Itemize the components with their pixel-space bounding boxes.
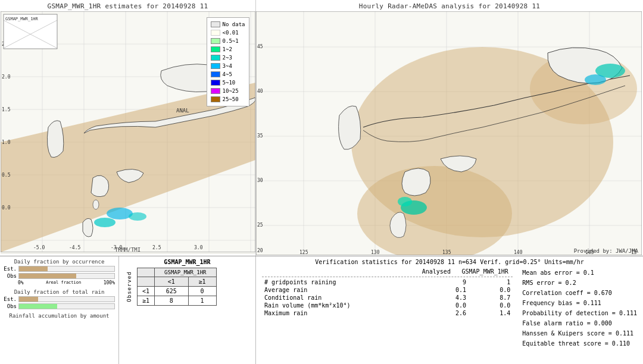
svg-point-17: [107, 208, 133, 219]
svg-text:130: 130: [371, 250, 380, 255]
verif-row-val2: 1: [469, 278, 513, 286]
verif-row-val1: 0.0: [424, 302, 469, 309]
stat-false-alarm: False alarm ratio = 0.000: [522, 318, 637, 328]
legend-item-45: 4~5: [211, 70, 245, 79]
stat-freq-bias: Frequency bias = 0.111: [522, 298, 637, 308]
bottom-section: Daily fraction by occurrence Est. Obs 0%…: [0, 256, 643, 364]
chart2-est-fill: [19, 297, 38, 302]
verif-col-gsmap: GSMAP_MWR_1HR: [457, 268, 513, 275]
cont-row-less1: <1 625 0: [138, 287, 217, 296]
chart2-est-label: Est.: [4, 296, 17, 302]
svg-point-18: [129, 212, 146, 221]
legend-item-12: 1~2: [211, 45, 245, 54]
cont-col-ge1: ≥1: [188, 277, 216, 287]
verif-table-container: Analysed GSMAP_MWR_1HR # gridpoints ra: [262, 268, 513, 349]
bottom-center-contingency: GSMAP_MWR_1HR Observed GSMAP_MWR_1HR: [119, 256, 256, 364]
svg-point-16: [94, 218, 116, 227]
contingency-table: GSMAP_MWR_1HR <1 ≥1 <1 625: [137, 268, 217, 306]
svg-text:125: 125: [299, 250, 308, 255]
cont-row-label-less1: <1: [138, 287, 155, 296]
chart1-est-row: Est.: [4, 266, 115, 272]
chart2-obs-row: Obs: [4, 303, 115, 309]
verif-content: Analysed GSMAP_MWR_1HR # gridpoints ra: [262, 268, 637, 349]
cont-header-blank: [138, 268, 155, 277]
left-map-panel: GSMAP_MWR_1HR estimates for 20140928 11: [0, 0, 256, 256]
axis-end: 100%: [104, 280, 115, 285]
legend-label-23: 2~3: [223, 54, 232, 62]
verif-row-label: Average rain: [262, 286, 424, 294]
top-section: GSMAP_MWR_1HR estimates for 20140928 11: [0, 0, 643, 256]
legend-color-510: [211, 80, 220, 86]
cont-row-label-ge1: ≥1: [138, 296, 155, 306]
contingency-title: GSMAP_MWR_1HR: [124, 259, 251, 265]
svg-text:1.5: 1.5: [2, 107, 11, 112]
legend-item-1025: 10~25: [211, 87, 245, 95]
cont-cell-8: 8: [155, 296, 189, 306]
stat-rms: RMS error = 0.2: [522, 278, 637, 288]
cont-row-ge1: ≥1 8 1: [138, 296, 217, 306]
cont-cell-1: 1: [188, 296, 216, 306]
verif-row-label: # gridpoints raining: [262, 278, 424, 286]
bottom-left-charts: Daily fraction by occurrence Est. Obs 0%…: [0, 256, 119, 364]
verif-row-label: Rain volume (mm*km²x10⁴): [262, 302, 424, 309]
obs-label: Obs: [4, 273, 17, 279]
svg-text:3.0: 3.0: [194, 245, 203, 250]
svg-text:2.5: 2.5: [152, 245, 161, 250]
verif-row-label: Conditional rain: [262, 294, 424, 302]
verif-header-row: Analysed GSMAP_MWR_1HR: [262, 268, 513, 275]
cont-header-blank2: [138, 277, 155, 287]
svg-text:-4.5: -4.5: [69, 245, 80, 250]
right-map-svg: 45 40 35 30 25 20 125 130 135 140 145 15: [256, 11, 642, 255]
legend-label-nodata: No data: [223, 20, 245, 29]
chart1-est-fill: [19, 266, 48, 271]
svg-text:35: 35: [257, 133, 263, 139]
svg-text:-5.0: -5.0: [33, 245, 45, 250]
right-map-panel: Hourly Radar-AMeDAS analysis for 2014092…: [256, 0, 643, 256]
stat-equitable: Equitable threat score = 0.110: [522, 338, 637, 349]
svg-text:135: 135: [442, 250, 451, 255]
legend-label-510: 5~10: [223, 79, 236, 87]
svg-text:1.0: 1.0: [2, 140, 11, 145]
cont-header-gsmap: GSMAP_MWR_1HR: [155, 268, 216, 277]
right-map-canvas: 45 40 35 30 25 20 125 130 135 140 145 15: [256, 11, 642, 255]
verif-row-val1: 9: [424, 278, 469, 286]
verif-col-analysed: Analysed: [416, 268, 457, 275]
legend-item-34: 3~4: [211, 62, 245, 70]
legend: No data <0.01 0.5~1 1~2: [207, 17, 249, 106]
bottom-right-verif: Verification statistics for 20140928 11 …: [256, 256, 643, 364]
legend-color-45: [211, 71, 220, 77]
svg-text:2.0: 2.0: [2, 74, 11, 80]
verif-row-label: Maximum rain: [262, 309, 424, 317]
left-map-title: GSMAP_MWR_1HR estimates for 20140928 11: [0, 0, 255, 11]
verif-row-val2: 0.0: [469, 302, 513, 309]
svg-text:20: 20: [257, 248, 263, 253]
legend-label-001: <0.01: [223, 29, 239, 37]
stat-hanssen: Hanssen & Kuipers score = 0.111: [522, 328, 637, 338]
verif-row-val1: 0.1: [424, 286, 469, 294]
verif-row: Rain volume (mm*km²x10⁴) 0.0 0.0: [262, 302, 513, 309]
legend-item-001: <0.01: [211, 29, 245, 37]
svg-text:40: 40: [257, 89, 263, 94]
svg-text:GSMAP_MWR_1HR: GSMAP_MWR_1HR: [5, 17, 39, 21]
axis-start: 0%: [18, 280, 24, 285]
legend-color-2550: [211, 96, 220, 102]
verif-row: Maximum rain 2.6 1.4: [262, 309, 513, 317]
svg-point-15: [93, 200, 99, 209]
legend-color-23: [211, 55, 220, 61]
observed-rotated-label: Observed: [126, 271, 132, 302]
legend-color-051: [211, 38, 220, 44]
verif-row-val1: 4.3: [424, 294, 469, 302]
legend-label-051: 0.5~1: [223, 37, 239, 45]
verif-row: Average rain 0.1 0.0: [262, 286, 513, 294]
cont-col-less1: <1: [155, 277, 189, 287]
verif-title: Verification statistics for 20140928 11 …: [262, 259, 637, 265]
main-container: GSMAP_MWR_1HR estimates for 20140928 11: [0, 0, 643, 364]
legend-color-nodata: [211, 21, 220, 27]
chart2-obs-fill: [19, 304, 57, 309]
verif-row: # gridpoints raining 9 1: [262, 278, 513, 286]
verif-row: Conditional rain 4.3 8.7: [262, 294, 513, 302]
stat-prob-det: Probability of detection = 0.111: [522, 308, 637, 318]
legend-item-510: 5~10: [211, 79, 245, 87]
chart1-est-bar: [18, 266, 115, 272]
legend-label-1025: 10~25: [223, 87, 239, 95]
